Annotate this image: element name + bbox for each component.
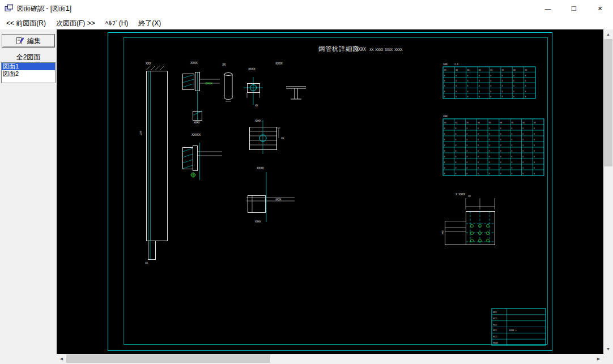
cad-annotation: XXX [146, 61, 151, 65]
vertical-scrollbar[interactable]: ▲ ▼ [603, 29, 613, 354]
svg-text:X: X [490, 95, 492, 98]
menu-exit[interactable]: 終了(X) [133, 17, 166, 29]
svg-text:XX: XX [511, 121, 514, 124]
svg-text:X: X [444, 132, 446, 135]
svg-text:X: X [444, 95, 446, 98]
cad-annotation: XXXX [275, 61, 283, 65]
drawing-list-item-2[interactable]: 図面2 [2, 70, 55, 78]
svg-text:X: X [444, 90, 446, 93]
sidebar: 編集 全2図面 図面1 図面2 [0, 29, 57, 364]
svg-text:X: X [511, 149, 513, 152]
svg-text:X: X [501, 79, 503, 82]
svg-text:X: X [501, 95, 503, 98]
detail-view-2 [224, 73, 232, 102]
svg-text:X: X [490, 79, 492, 82]
scroll-right-icon[interactable]: ▶ [594, 354, 603, 364]
svg-text:X: X [478, 161, 479, 164]
svg-text:X: X [511, 132, 513, 135]
svg-text:X: X [490, 84, 492, 87]
svg-text:X: X [513, 95, 515, 98]
scrollbar-corner [603, 354, 613, 364]
svg-text:X: X [455, 149, 457, 152]
cad-annotation: XXXX [257, 166, 264, 170]
svg-text:X: X [489, 127, 491, 130]
svg-text:X: X [455, 166, 457, 169]
svg-text:X: X [444, 74, 446, 77]
svg-text:XX: XX [444, 121, 447, 124]
svg-text:X: X [489, 155, 491, 158]
svg-text:X: X [500, 132, 501, 135]
cad-annotation: XXXX [356, 47, 366, 52]
svg-text:X: X [444, 161, 446, 164]
cad-annotation: XXX [443, 114, 448, 118]
scroll-up-icon[interactable]: ▲ [603, 29, 613, 39]
svg-text:XX: XX [455, 121, 458, 124]
svg-text:X: X [500, 166, 501, 169]
svg-text:X: X [467, 74, 469, 77]
cad-annotation: X XXXX [456, 192, 466, 196]
vertical-scrollbar-thumb[interactable] [604, 39, 612, 166]
cad-annotation: XXXXX [191, 132, 201, 136]
svg-text:XX: XX [501, 68, 504, 71]
cad-annotation: XX [222, 62, 226, 66]
svg-text:XXX: XXX [493, 323, 497, 326]
cad-annotation: XX XXXX XXXX XXXX [369, 48, 403, 52]
svg-text:XXX: XXX [493, 317, 497, 320]
svg-text:X: X [444, 138, 446, 141]
svg-text:X: X [525, 90, 526, 93]
maximize-button[interactable]: ☐ [561, 0, 587, 17]
svg-text:X: X [467, 84, 469, 87]
svg-text:X: X [456, 79, 457, 82]
svg-text:X: X [467, 79, 469, 82]
svg-text:X: X [478, 144, 479, 147]
horizontal-scrollbar[interactable]: ◀ ▶ [57, 354, 603, 364]
drawing-count-label: 全2図面 [0, 53, 57, 62]
pile-elevation-view [146, 66, 168, 260]
svg-text:X: X [534, 132, 535, 135]
svg-text:X: X [500, 155, 501, 158]
svg-text:X: X [534, 138, 535, 141]
app-window: 図面確認 - [図面1] — ☐ ✕ << 前図面(R) 次図面(F) >> ﾍ… [0, 0, 613, 364]
svg-text:XX: XX [525, 68, 527, 71]
svg-text:X: X [522, 149, 524, 152]
detail-view-5 [182, 143, 222, 180]
svg-text:X: X [501, 84, 503, 87]
svg-text:X: X [522, 132, 524, 135]
svg-text:X: X [444, 144, 446, 147]
minimize-button[interactable]: — [535, 0, 561, 17]
cad-annotation: XXX [443, 62, 448, 66]
menu-next-drawing[interactable]: 次図面(F) >> [51, 17, 100, 29]
close-button[interactable]: ✕ [587, 0, 613, 17]
svg-text:X: X [456, 95, 457, 98]
svg-text:X: X [534, 149, 535, 152]
cad-annotation: XXXX [255, 220, 261, 223]
svg-text:X: X [489, 138, 491, 141]
svg-text:X: X [466, 138, 468, 141]
horizontal-scrollbar-thumb[interactable] [66, 354, 270, 363]
title-block: XXXXXXXXXXXXXXXX >XXXXXXX [492, 309, 546, 345]
menu-prev-drawing[interactable]: << 前図面(R) [1, 17, 51, 29]
scroll-down-icon[interactable]: ▼ [603, 344, 613, 354]
svg-text:X: X [489, 161, 491, 164]
svg-text:X: X [522, 138, 524, 141]
svg-text:XXX: XXX [493, 329, 497, 332]
svg-text:XX: XX [534, 121, 537, 124]
drawing-title: 鋼管杭詳細図 [318, 45, 359, 52]
svg-text:XX: XX [522, 121, 525, 124]
svg-text:X: X [511, 166, 513, 169]
drawing-list: 図面1 図面2 [1, 62, 56, 83]
svg-text:X: X [500, 172, 501, 175]
scroll-left-icon[interactable]: ◀ [57, 354, 66, 364]
cad-annotation: XX [255, 104, 258, 107]
svg-text:X: X [534, 155, 535, 158]
svg-text:X: X [534, 172, 535, 175]
title-bar: 図面確認 - [図面1] — ☐ ✕ [0, 0, 613, 17]
svg-text:XXX: XXX [493, 311, 497, 314]
svg-text:X: X [444, 149, 446, 152]
edit-button[interactable]: 編集 [2, 34, 55, 48]
cad-annotation: XXXX [190, 61, 198, 65]
menu-help[interactable]: ﾍﾙﾌﾟ(H) [100, 17, 134, 29]
pile-head-plan-view [445, 198, 495, 245]
drawing-list-item-1[interactable]: 図面1 [2, 63, 55, 70]
svg-text:X: X [511, 127, 513, 130]
